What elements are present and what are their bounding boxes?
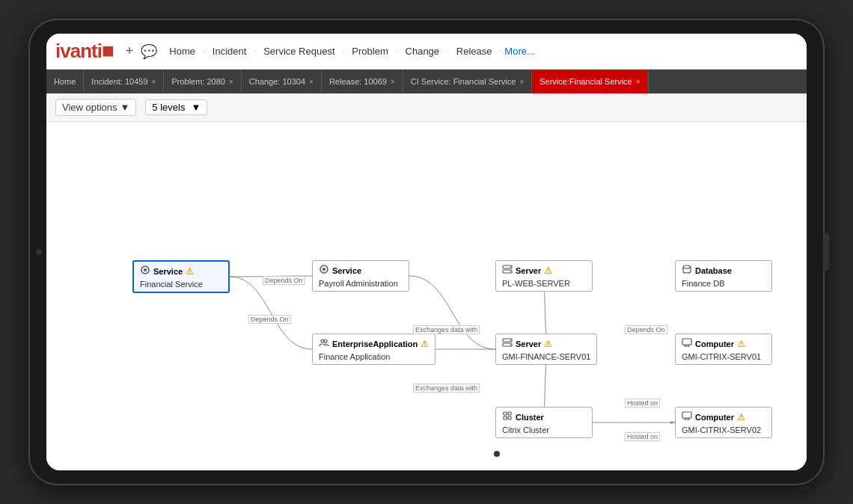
ci-type-icon xyxy=(682,411,692,423)
ci-type-label: Server xyxy=(516,266,541,275)
toolbar: View options ▼ 5 levels ▼ xyxy=(46,93,807,122)
ci-node-finance-db[interactable]: Database Finance DB xyxy=(675,260,772,292)
ci-type-icon xyxy=(140,265,150,277)
ci-type-label: Cluster xyxy=(516,413,544,422)
ci-type-label: Service xyxy=(332,266,361,275)
ci-node-header: Service ⚠ xyxy=(140,265,222,277)
ci-node-header: Computer ⚠ xyxy=(682,337,765,350)
svg-rect-16 xyxy=(508,412,511,415)
ci-type-icon xyxy=(319,337,329,350)
chat-icon[interactable]: 💬 xyxy=(141,43,157,60)
ci-type-label: Server xyxy=(516,339,541,348)
warn-icon: ⚠ xyxy=(421,339,429,349)
ci-node-finance-app[interactable]: EnterpriseApplication ⚠ Finance Applicat… xyxy=(312,334,435,365)
warn-icon: ⚠ xyxy=(544,339,552,349)
nav-items: Home · Incident · Service Request · Prob… xyxy=(165,43,534,60)
cursor xyxy=(494,451,500,457)
view-options-button[interactable]: View options ▼ xyxy=(55,99,136,116)
ci-node-header: Database xyxy=(682,264,765,277)
logo: ivanti■ xyxy=(55,40,114,63)
ci-type-label: Service xyxy=(153,267,183,276)
ci-type-label: Database xyxy=(695,266,732,275)
ci-type-label: EnterpriseApplication xyxy=(332,339,418,348)
levels-select[interactable]: 5 levels ▼ xyxy=(145,99,207,115)
svg-point-6 xyxy=(510,271,511,272)
top-nav: ivanti■ + 💬 Home · Incident · Service Re… xyxy=(46,34,807,70)
canvas: Service ⚠ Financial Service Service Payr… xyxy=(46,122,807,470)
ci-type-icon xyxy=(319,264,329,277)
warn-icon: ⚠ xyxy=(737,412,745,422)
ci-node-name: Finance Application xyxy=(319,352,429,361)
ci-type-label: Computer xyxy=(695,339,734,348)
nav-problem[interactable]: Problem xyxy=(347,43,392,60)
ci-node-header: EnterpriseApplication ⚠ xyxy=(319,337,429,350)
nav-service-request[interactable]: Service Request xyxy=(259,43,339,60)
svg-rect-14 xyxy=(682,339,691,345)
ci-type-icon xyxy=(682,337,692,350)
ci-node-header: Server ⚠ xyxy=(502,337,590,350)
plus-icon[interactable]: + xyxy=(126,43,134,59)
warn-icon: ⚠ xyxy=(186,266,194,277)
ci-node-financial-service[interactable]: Service ⚠ Financial Service xyxy=(132,260,230,293)
svg-rect-15 xyxy=(504,412,507,415)
svg-point-7 xyxy=(683,265,691,268)
ci-type-icon xyxy=(502,411,513,423)
ci-node-name: Payroll Administration xyxy=(319,279,403,288)
warn-icon: ⚠ xyxy=(737,339,745,349)
svg-rect-18 xyxy=(508,417,511,420)
warn-icon: ⚠ xyxy=(544,265,552,276)
ci-node-name: Citrix Cluster xyxy=(502,425,586,434)
svg-point-5 xyxy=(510,266,511,268)
connector-label: Exchanges data with xyxy=(413,325,480,334)
ci-node-name: GMI-CITRIX-SERV01 xyxy=(682,352,765,361)
ci-node-header: Server ⚠ xyxy=(502,264,586,277)
ci-type-icon xyxy=(502,264,513,277)
ci-node-pl-web-server[interactable]: Server ⚠ PL-WEB-SERVER xyxy=(495,260,593,292)
ci-node-payroll-service[interactable]: Service Payroll Administration xyxy=(312,260,409,292)
svg-point-13 xyxy=(510,344,511,345)
connector-label: Hosted on xyxy=(625,399,660,408)
ci-node-name: GMI-FINANCE-SERV01 xyxy=(502,352,590,361)
nav-release[interactable]: Release xyxy=(452,43,497,60)
breadcrumb-change[interactable]: Change: 10304 × xyxy=(242,70,322,93)
svg-point-12 xyxy=(510,339,511,341)
breadcrumb-bar: Home Incident: 10459 × Problem: 2080 × C… xyxy=(46,70,807,93)
tablet-screen: ivanti■ + 💬 Home · Incident · Service Re… xyxy=(46,34,807,470)
connector-label: Hosted on xyxy=(625,432,660,441)
svg-point-9 xyxy=(324,339,327,342)
ci-node-gmi-finance-serv[interactable]: Server ⚠ GMI-FINANCE-SERV01 xyxy=(495,334,597,365)
levels-arrow-icon: ▼ xyxy=(191,102,201,113)
ci-type-icon xyxy=(682,264,692,277)
connector-label: Exchanges data with xyxy=(413,384,480,393)
breadcrumb-problem[interactable]: Problem: 2080 × xyxy=(164,70,241,93)
ci-node-name: Finance DB xyxy=(682,279,765,288)
svg-rect-19 xyxy=(682,412,691,418)
nav-change[interactable]: Change xyxy=(401,43,444,60)
svg-point-8 xyxy=(321,339,324,342)
connector-label: Depends On xyxy=(248,315,291,324)
nav-more[interactable]: More... xyxy=(504,46,534,57)
view-options-label: View options xyxy=(62,102,117,113)
breadcrumb-service-financial[interactable]: Service:Financial Service × xyxy=(532,70,648,93)
tablet-frame: ivanti■ + 💬 Home · Incident · Service Re… xyxy=(30,20,823,484)
ci-node-header: Cluster xyxy=(502,411,586,423)
ci-node-gmi-citrix-serv2[interactable]: Computer ⚠ GMI-CITRIX-SERV02 xyxy=(675,407,772,438)
nav-home[interactable]: Home xyxy=(165,43,200,60)
breadcrumb-incident[interactable]: Incident: 10459 × xyxy=(84,70,164,93)
nav-incident[interactable]: Incident xyxy=(208,43,251,60)
ci-node-header: Computer ⚠ xyxy=(682,411,765,423)
ci-node-name: Financial Service xyxy=(140,280,222,289)
svg-rect-17 xyxy=(504,417,507,420)
ci-node-name: PL-WEB-SERVER xyxy=(502,279,586,288)
connector-label: Depends On xyxy=(263,276,305,285)
breadcrumb-home[interactable]: Home xyxy=(46,70,84,93)
dropdown-arrow-icon: ▼ xyxy=(120,102,129,113)
breadcrumb-ci-service[interactable]: CI Service: Financial Service × xyxy=(403,70,532,93)
ci-node-name: GMI-CITRIX-SERV02 xyxy=(682,425,765,434)
breadcrumb-release[interactable]: Release: 10069 × xyxy=(322,70,403,93)
ci-type-icon xyxy=(502,337,513,350)
levels-value: 5 levels xyxy=(152,102,185,113)
ci-node-gmi-citrix-serv1[interactable]: Computer ⚠ GMI-CITRIX-SERV01 xyxy=(675,334,772,365)
ci-node-header: Service xyxy=(319,264,403,277)
ci-node-citrix-cluster[interactable]: Cluster Citrix Cluster xyxy=(495,407,593,438)
